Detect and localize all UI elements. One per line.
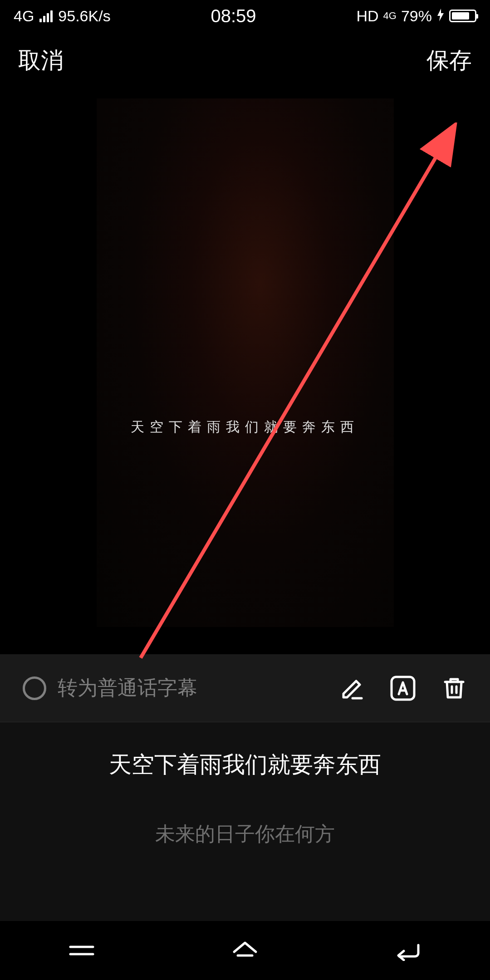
hd-indicator: HD <box>356 7 378 25</box>
charging-icon <box>436 7 445 25</box>
nav-back-button[interactable] <box>390 937 426 964</box>
toolbar-icons <box>338 675 467 701</box>
nav-recent-button[interactable] <box>64 937 100 964</box>
lyrics-area: 天空下着雨我们就要奔东西 未来的日子你在何方 <box>0 722 490 949</box>
lyric-current[interactable]: 天空下着雨我们就要奔东西 <box>109 750 381 780</box>
convert-subtitle-option[interactable]: 转为普通话字幕 <box>23 675 338 701</box>
recent-apps-icon <box>68 941 95 960</box>
font-icon <box>390 675 416 701</box>
network-4g-icon: 4G <box>383 11 397 21</box>
back-icon <box>395 941 422 961</box>
network-type: 4G <box>14 7 34 25</box>
cancel-button[interactable]: 取消 <box>18 45 64 76</box>
nav-home-button[interactable] <box>227 937 263 964</box>
system-nav-bar <box>0 921 490 980</box>
data-speed: 95.6K/s <box>58 7 110 25</box>
status-right: HD 4G 79% <box>356 7 476 25</box>
home-icon <box>231 939 259 962</box>
convert-subtitle-label: 转为普通话字幕 <box>58 675 197 701</box>
preview-subtitle-text: 天空下着雨我们就要奔东西 <box>131 418 359 436</box>
save-button[interactable]: 保存 <box>426 45 472 76</box>
battery-percent: 79% <box>401 7 432 25</box>
svg-rect-1 <box>392 677 414 700</box>
preview-area: 天空下着雨我们就要奔东西 <box>0 94 490 654</box>
delete-icon <box>441 676 467 701</box>
toolbar: 转为普通话字幕 <box>0 654 490 722</box>
preview-image[interactable]: 天空下着雨我们就要奔东西 <box>97 98 394 627</box>
radio-unchecked-icon <box>23 676 46 700</box>
edit-button[interactable] <box>338 675 365 701</box>
lyric-next[interactable]: 未来的日子你在何方 <box>155 821 335 848</box>
battery-icon <box>449 10 476 22</box>
app-header: 取消 保存 <box>0 32 490 94</box>
delete-button[interactable] <box>441 675 467 701</box>
edit-icon <box>339 676 364 701</box>
status-time: 08:59 <box>211 6 256 26</box>
signal-icon <box>39 10 53 22</box>
status-left: 4G 95.6K/s <box>14 7 111 25</box>
status-bar: 4G 95.6K/s 08:59 HD 4G 79% <box>0 0 490 32</box>
font-button[interactable] <box>390 675 416 701</box>
